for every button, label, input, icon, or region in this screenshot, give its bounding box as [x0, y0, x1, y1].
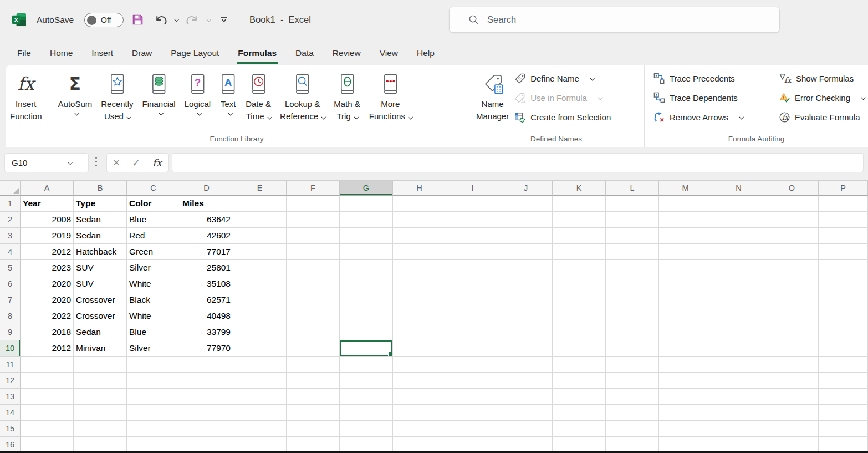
- cell-E5[interactable]: [233, 260, 287, 276]
- cell-L8[interactable]: [606, 308, 659, 324]
- row-header-6[interactable]: 6: [0, 276, 21, 292]
- cell-M8[interactable]: [659, 308, 712, 324]
- cell-G3[interactable]: [340, 228, 393, 244]
- cell-I8[interactable]: [446, 308, 499, 324]
- button-remove-arrows[interactable]: Remove Arrows: [653, 111, 767, 123]
- column-header-A[interactable]: A: [21, 181, 74, 196]
- cell-B10[interactable]: Minivan: [74, 340, 127, 357]
- cell-J10[interactable]: [499, 340, 553, 357]
- row-header-12[interactable]: 12: [0, 373, 21, 389]
- cell-B7[interactable]: Crossover: [74, 292, 127, 308]
- cell-C11[interactable]: [127, 357, 180, 373]
- row-header-14[interactable]: 14: [0, 405, 21, 421]
- cell-B15[interactable]: [74, 421, 127, 437]
- cell-H16[interactable]: [393, 437, 446, 453]
- cell-A15[interactable]: [21, 421, 74, 437]
- button-trace-precedents[interactable]: Trace Precedents: [653, 73, 767, 84]
- cell-A8[interactable]: 2022: [21, 308, 74, 324]
- cell-G12[interactable]: [340, 373, 393, 389]
- column-header-M[interactable]: M: [659, 181, 712, 196]
- cell-L2[interactable]: [606, 212, 659, 228]
- column-header-N[interactable]: N: [712, 181, 765, 196]
- cell-B16[interactable]: [74, 437, 127, 453]
- cell-H13[interactable]: [393, 389, 446, 405]
- cell-I7[interactable]: [446, 292, 499, 308]
- cell-L6[interactable]: [606, 276, 659, 292]
- cell-M7[interactable]: [659, 292, 712, 308]
- cell-H1[interactable]: [393, 196, 446, 212]
- row-header-2[interactable]: 2: [0, 212, 21, 228]
- cell-J11[interactable]: [499, 357, 553, 373]
- cell-M6[interactable]: [659, 276, 712, 292]
- cell-B13[interactable]: [74, 389, 127, 405]
- cell-M1[interactable]: [659, 196, 712, 212]
- cell-K8[interactable]: [553, 308, 606, 324]
- cell-J14[interactable]: [499, 405, 553, 421]
- cell-E14[interactable]: [233, 405, 287, 421]
- button-autosum[interactable]: ΣAutoSum: [54, 65, 97, 115]
- cell-P13[interactable]: [819, 389, 868, 405]
- cell-F14[interactable]: [287, 405, 340, 421]
- cell-A2[interactable]: 2008: [21, 212, 74, 228]
- cell-L7[interactable]: [606, 292, 659, 308]
- button-define-name[interactable]: Define Name: [514, 73, 611, 84]
- cell-E13[interactable]: [233, 389, 287, 405]
- cell-C6[interactable]: White: [127, 276, 180, 292]
- formula-input[interactable]: [172, 154, 863, 172]
- cell-P14[interactable]: [819, 405, 868, 421]
- tab-view[interactable]: View: [370, 39, 407, 65]
- button-math-trig[interactable]: Math &Trig: [329, 65, 365, 123]
- cell-K9[interactable]: [553, 324, 606, 340]
- cell-N15[interactable]: [712, 421, 765, 437]
- cell-J3[interactable]: [499, 228, 553, 244]
- cell-E2[interactable]: [233, 212, 287, 228]
- cell-P9[interactable]: [819, 324, 868, 340]
- cell-B3[interactable]: Sedan: [74, 228, 127, 244]
- cell-I2[interactable]: [446, 212, 499, 228]
- cell-P2[interactable]: [819, 212, 868, 228]
- cell-N16[interactable]: [712, 437, 765, 453]
- button-financial[interactable]: Financial: [138, 65, 180, 115]
- cell-E7[interactable]: [233, 292, 287, 308]
- cell-I11[interactable]: [446, 357, 499, 373]
- cell-G9[interactable]: [340, 324, 393, 340]
- cell-A4[interactable]: 2012: [21, 244, 74, 260]
- cell-L1[interactable]: [606, 196, 659, 212]
- column-header-B[interactable]: B: [74, 181, 127, 196]
- cell-B14[interactable]: [74, 405, 127, 421]
- cell-E12[interactable]: [233, 373, 287, 389]
- cell-E3[interactable]: [233, 228, 287, 244]
- cell-D13[interactable]: [180, 389, 233, 405]
- button-use-in-formula[interactable]: fxUse in Formula: [514, 92, 611, 104]
- cell-I15[interactable]: [446, 421, 499, 437]
- cell-I10[interactable]: [446, 340, 499, 357]
- name-box[interactable]: [4, 153, 89, 172]
- cell-B12[interactable]: [74, 373, 127, 389]
- cell-O6[interactable]: [765, 276, 819, 292]
- name-box-input[interactable]: [5, 158, 60, 167]
- select-all-corner[interactable]: [0, 181, 21, 196]
- cell-O10[interactable]: [765, 340, 819, 357]
- cell-P11[interactable]: [819, 357, 868, 373]
- redo-button[interactable]: [186, 13, 200, 27]
- cell-B1[interactable]: Type: [74, 196, 127, 212]
- cell-F4[interactable]: [287, 244, 340, 260]
- cell-B4[interactable]: Hatchback: [74, 244, 127, 260]
- cell-F8[interactable]: [287, 308, 340, 324]
- cell-F7[interactable]: [287, 292, 340, 308]
- cell-B5[interactable]: SUV: [74, 260, 127, 276]
- cell-C4[interactable]: Green: [127, 244, 180, 260]
- column-header-E[interactable]: E: [233, 181, 287, 196]
- row-header-15[interactable]: 15: [0, 421, 21, 437]
- cell-K3[interactable]: [553, 228, 606, 244]
- search-box[interactable]: [449, 7, 780, 33]
- cell-D8[interactable]: 40498: [180, 308, 233, 324]
- cell-K6[interactable]: [553, 276, 606, 292]
- cell-J15[interactable]: [499, 421, 553, 437]
- cell-N12[interactable]: [712, 373, 765, 389]
- cell-P6[interactable]: [819, 276, 868, 292]
- cell-O1[interactable]: [765, 196, 819, 212]
- cell-L10[interactable]: [606, 340, 659, 357]
- cell-C5[interactable]: Silver: [127, 260, 180, 276]
- cell-L5[interactable]: [606, 260, 659, 276]
